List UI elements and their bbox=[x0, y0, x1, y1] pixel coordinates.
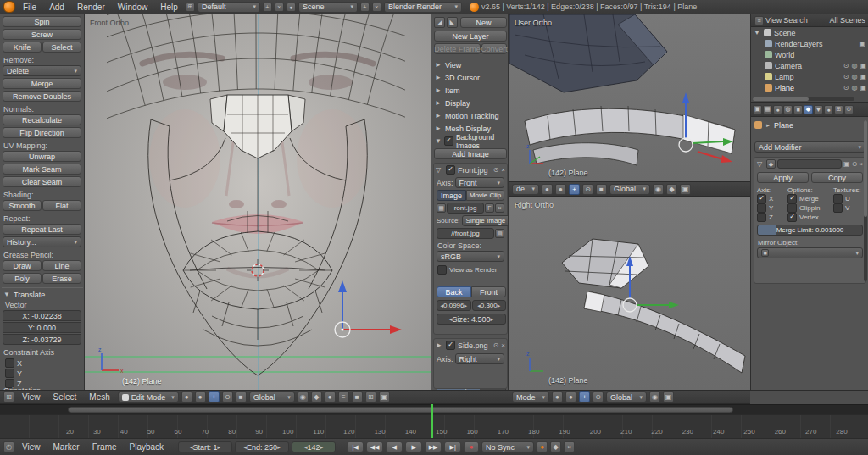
viewport-rightortho[interactable]: z Right Ortho (142) Plane bbox=[509, 197, 750, 390]
texture-v-checkbox[interactable] bbox=[833, 203, 843, 213]
flat-button[interactable]: Flat bbox=[42, 200, 81, 211]
history-menu-button[interactable]: History...▾ bbox=[3, 236, 81, 247]
constraint-x-checkbox[interactable] bbox=[5, 358, 14, 368]
screen-layout-icon[interactable]: ⊞ bbox=[186, 3, 195, 12]
outliner-search-menu[interactable]: Search bbox=[783, 16, 808, 25]
timeline-band[interactable]: 2030405060708090100110120130140150160170… bbox=[0, 414, 868, 438]
insert-keyframe-icon[interactable]: ◆ bbox=[550, 441, 561, 452]
translate-panel-header[interactable]: ▼ Translate bbox=[2, 287, 83, 301]
tab-scene[interactable]: ● bbox=[773, 105, 782, 114]
outliner-row-world[interactable]: World bbox=[751, 49, 868, 60]
source-dropdown[interactable]: Single Image▾ bbox=[462, 215, 509, 226]
mirror-x-row[interactable]: ✓X bbox=[757, 194, 786, 203]
jump-to-start-button[interactable]: |◀ bbox=[347, 441, 364, 452]
play-button[interactable]: ▶ bbox=[405, 441, 422, 452]
apply-button[interactable]: Apply bbox=[757, 172, 809, 183]
outliner-row-camera[interactable]: Camera ⊙ ◍ ▣ bbox=[751, 60, 868, 71]
tab-object[interactable]: ■ bbox=[793, 105, 803, 114]
view-menu[interactable]: View bbox=[17, 392, 46, 402]
manipulator-scale-icon[interactable]: ■ bbox=[236, 391, 247, 402]
delete-modifier-icon[interactable]: × bbox=[859, 160, 863, 168]
frame-end-field[interactable]: ◂End: 250▸ bbox=[235, 441, 289, 452]
render-toggle-icon[interactable]: ▣ bbox=[843, 160, 850, 168]
tab-image[interactable]: Image bbox=[437, 190, 466, 201]
vertex-groups-row[interactable]: ✓Vertex bbox=[787, 213, 832, 222]
back-button[interactable]: Back bbox=[437, 286, 471, 297]
pivot-dropdown[interactable]: ● bbox=[565, 391, 576, 402]
section-item[interactable]: ►Item bbox=[433, 84, 509, 97]
renderability-icon[interactable]: ▣ bbox=[860, 84, 866, 92]
menu-window[interactable]: Window bbox=[113, 3, 153, 12]
fake-user-button[interactable]: F bbox=[485, 203, 494, 213]
merge-checkbox[interactable]: ✓ bbox=[787, 194, 797, 203]
clipping-row[interactable]: Clippin bbox=[787, 203, 832, 213]
menu-add[interactable]: Add bbox=[44, 3, 70, 12]
blender-logo-icon[interactable] bbox=[3, 1, 15, 13]
manipulator-rotate-icon[interactable]: ⊙ bbox=[582, 184, 593, 195]
manipulator-scale-icon[interactable]: ■ bbox=[596, 184, 607, 195]
snap-magnet-icon[interactable]: ◉ bbox=[653, 184, 664, 195]
screen-layout-dropdown[interactable]: Default▾ bbox=[198, 2, 260, 13]
frame-start-field[interactable]: ◂Start: 1▸ bbox=[178, 441, 232, 452]
mirror-object-dropdown[interactable]: ■▾ bbox=[757, 247, 863, 258]
texture-u-checkbox[interactable] bbox=[833, 194, 843, 203]
mode-dropdown[interactable]: Edit Mode▾ bbox=[118, 391, 179, 402]
mirror-y-checkbox[interactable] bbox=[757, 203, 766, 213]
grease-new-button[interactable]: New bbox=[460, 17, 507, 28]
delete-menu-button[interactable]: Delete▾ bbox=[3, 65, 81, 76]
tab-render-layers[interactable]: ▦ bbox=[763, 105, 772, 114]
sync-dropdown[interactable]: No Sync▾ bbox=[481, 441, 534, 452]
flip-direction-button[interactable]: Flip Direction bbox=[3, 127, 81, 138]
tab-world[interactable]: ◍ bbox=[783, 105, 793, 114]
convert-button[interactable]: Convert bbox=[481, 43, 507, 54]
orientation-dropdown[interactable]: Global▾ bbox=[609, 184, 650, 195]
section-display[interactable]: ►Display bbox=[433, 97, 509, 109]
orientation-dropdown[interactable]: Global▾ bbox=[606, 391, 647, 402]
merge-button[interactable]: Merge bbox=[3, 78, 81, 89]
properties-vscrollbar[interactable] bbox=[864, 120, 867, 281]
shading-dropdown[interactable]: ● bbox=[542, 184, 553, 195]
timeline-view-menu[interactable]: View bbox=[17, 442, 46, 452]
editor-type-icon[interactable]: ⊞ bbox=[3, 391, 14, 402]
knife-button[interactable]: Knife bbox=[3, 42, 42, 53]
background-images-checkbox[interactable]: ✓ bbox=[444, 136, 453, 146]
mark-seam-button[interactable]: Mark Seam bbox=[3, 164, 81, 175]
mirror-z-checkbox[interactable] bbox=[757, 213, 766, 222]
mode-dropdown[interactable]: Mode▾ bbox=[512, 391, 549, 402]
render-opengl-icon[interactable]: ▣ bbox=[379, 391, 390, 402]
next-keyframe-button[interactable]: ▶▶ bbox=[425, 441, 442, 452]
render-toggle-icon[interactable]: ▣ bbox=[859, 40, 865, 47]
current-frame-field[interactable]: ◂142▸ bbox=[292, 441, 336, 452]
scene-delete-button[interactable]: × bbox=[372, 3, 381, 12]
section-background-images[interactable]: ▼ ✓ Background Images bbox=[433, 135, 509, 147]
image-name-field[interactable]: ront.jpg bbox=[447, 203, 484, 214]
front-button[interactable]: Front bbox=[471, 286, 506, 297]
renderability-icon[interactable]: ▣ bbox=[860, 62, 866, 69]
visibility-toggle-icon[interactable]: ⊙ bbox=[852, 160, 858, 168]
scrollbar-handle[interactable] bbox=[68, 407, 733, 413]
merge-limit-field[interactable]: Merge Limit: 0.001000 bbox=[757, 225, 863, 236]
opacity-slider[interactable]: Opacity: 0.629 bbox=[437, 386, 506, 390]
section-motion-tracking[interactable]: ►Motion Tracking bbox=[433, 109, 509, 122]
outliner-row-scene[interactable]: ▼ Scene bbox=[751, 27, 868, 38]
copy-button[interactable]: Copy bbox=[811, 172, 863, 183]
orientation-dropdown[interactable]: Global▾ bbox=[249, 391, 295, 402]
editor-type-icon[interactable]: ≡ bbox=[754, 16, 764, 25]
close-icon[interactable]: × bbox=[501, 341, 505, 349]
translate-x-field[interactable]: X: -0.02238 bbox=[3, 310, 81, 321]
pin-icon[interactable]: ⊙ bbox=[493, 166, 499, 174]
vertex-select-icon[interactable]: ● bbox=[325, 391, 336, 402]
menu-file[interactable]: File bbox=[18, 3, 42, 12]
constraint-y-checkbox[interactable] bbox=[5, 369, 14, 378]
visibility-icon[interactable]: ⊙ bbox=[843, 84, 849, 92]
remove-doubles-button[interactable]: Remove Doubles bbox=[3, 91, 81, 102]
scene-add-button[interactable]: + bbox=[360, 3, 370, 12]
delete-frame-button[interactable]: Delete Frame bbox=[434, 43, 481, 54]
tab-render[interactable]: ▣ bbox=[753, 105, 762, 114]
menu-render[interactable]: Render bbox=[72, 3, 110, 12]
grease-pencil-icon[interactable]: ◢ bbox=[434, 17, 445, 28]
timeline-playback-menu[interactable]: Playback bbox=[125, 442, 170, 452]
mirror-x-checkbox[interactable]: ✓ bbox=[757, 194, 766, 203]
expanded-icon[interactable]: ▼ bbox=[754, 29, 761, 36]
manipulator-translate-icon[interactable]: + bbox=[569, 184, 580, 195]
